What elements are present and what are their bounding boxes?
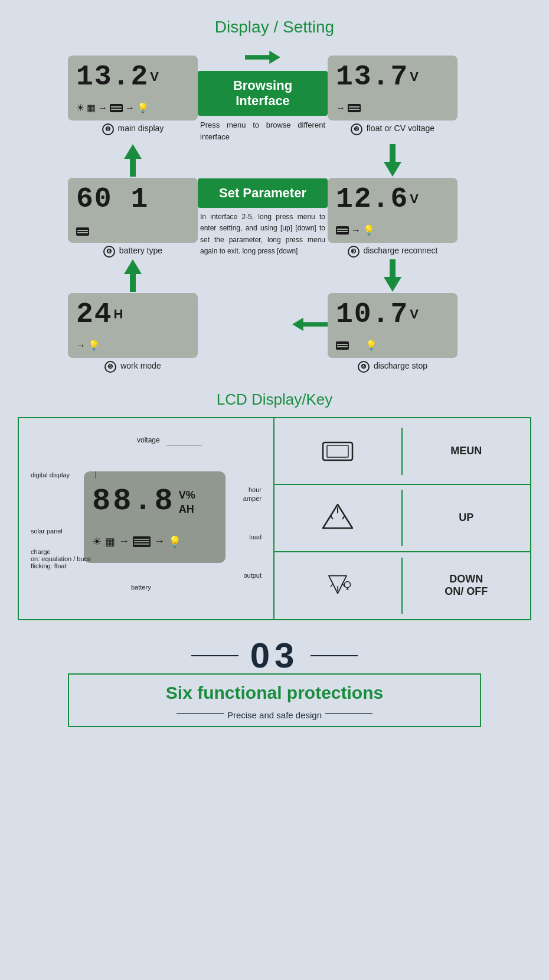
arrow-right-top	[245, 48, 280, 66]
arrow-left-bottom	[292, 315, 328, 333]
lcd-value-5: 24	[76, 298, 113, 330]
lcd-big-number: 88.8	[92, 486, 175, 517]
center-col-bottom	[198, 315, 328, 351]
bulb-icon-6: 💡	[365, 340, 377, 351]
lcd-section-title: LCD Display/Key	[217, 390, 333, 409]
up-icon	[320, 502, 355, 534]
down-icon-cell	[274, 558, 403, 614]
svg-marker-5	[292, 317, 328, 331]
ann-battery: battery	[131, 584, 151, 591]
lcd-left-panel: voltage 88.8 V% AH ☀ ▦ →	[19, 418, 274, 619]
battery-icon-3	[76, 227, 89, 236]
set-parameter-box: Set Parameter	[198, 178, 328, 208]
svg-point-16	[345, 581, 351, 588]
lcd-panel: voltage 88.8 V% AH ☀ ▦ →	[18, 417, 531, 620]
ann-line-digital	[95, 471, 96, 478]
lcd-value-2: 13.7	[336, 61, 409, 93]
section-03-num-wrapper: 03	[68, 638, 481, 673]
menu-icon	[320, 439, 355, 463]
svg-marker-0	[245, 51, 280, 64]
bulb-icon-1: 💡	[137, 102, 149, 113]
section-03-title: Six functional protections	[81, 683, 468, 703]
line-right-03	[311, 655, 358, 656]
set-desc: In interface 2-5, long press menu to ent…	[198, 211, 328, 257]
label-6: discharge stop	[358, 361, 427, 370]
lcd-unit-5: H	[114, 307, 123, 321]
svg-marker-3	[124, 259, 142, 292]
bulb-icon-5: 💡	[88, 340, 100, 351]
menu-icon-cell	[274, 428, 403, 475]
lcd-unit-2: V	[410, 69, 419, 84]
arrow-lcd: →	[119, 535, 129, 548]
lcd-unit-vp: V%	[179, 489, 195, 502]
lcd-box-4: 12.6V → 💡	[328, 178, 458, 243]
lcd-value-4: 12.6	[336, 183, 409, 215]
display-1-cell: 13.2V ☀ ▦ → → 💡 main display	[68, 56, 198, 135]
ann-solar-panel: solar panel	[31, 528, 63, 535]
sun-icon-1: ☀	[76, 102, 84, 113]
display-2-cell: 13.7V → float or CV voltage	[328, 56, 458, 135]
down-btn-row: DOWN ON/ OFF	[274, 552, 530, 619]
section-03-sub: Precise and safe design	[227, 710, 322, 720]
svg-line-14	[331, 583, 334, 587]
label-2: float or CV voltage	[351, 123, 434, 133]
lcd-unit-ah: AH	[179, 503, 195, 516]
up-icon-cell	[274, 490, 403, 546]
battery-icon-6	[336, 341, 349, 350]
arrow-down-right-top	[384, 144, 401, 177]
ann-digital-display: digital display	[31, 471, 70, 478]
lcd-value-6: 10.7	[336, 298, 409, 330]
label-1: main display	[102, 123, 164, 133]
lcd-value-3: 60 1	[76, 183, 149, 215]
svg-line-10	[331, 516, 333, 519]
sub-line-left	[177, 713, 224, 714]
ann-flicking: flicking: float	[31, 562, 67, 569]
ann-load: load	[249, 533, 262, 541]
arrow-icon-1b: →	[125, 103, 135, 113]
lcd-icons-4: → 💡	[336, 224, 375, 236]
ann-charge: charge	[31, 548, 51, 555]
up-btn-row: UP	[274, 485, 530, 552]
display-setting-title: Display / Setting	[215, 18, 334, 37]
lcd-unit-1: V	[150, 69, 159, 84]
ann-voltage: voltage	[137, 436, 160, 444]
lcd-icons-5: → 💡	[76, 340, 100, 351]
svg-marker-2	[384, 144, 401, 177]
arrow-down-right-2	[384, 259, 401, 292]
lcd-icons-6: 💡	[336, 340, 377, 351]
lcd-box-3: 60 1	[68, 178, 198, 243]
section-03-num: 03	[250, 638, 299, 673]
svg-line-11	[342, 516, 345, 519]
center-col-top: Browsing Interface Press menu to browse …	[198, 48, 328, 142]
browsing-interface-box: Browsing Interface	[198, 71, 328, 116]
sun-icon-lcd: ☀	[92, 535, 102, 548]
lcd-box-1: 13.2V ☀ ▦ → → 💡	[68, 56, 198, 121]
section-03-box: Six functional protections Precise and s…	[68, 673, 481, 727]
ann-amper: amper	[243, 495, 262, 502]
display-4-cell: 12.6V → 💡 discharge reconnect	[328, 178, 458, 258]
battery-icon-1	[110, 104, 123, 112]
diagram-area: 13.2V ☀ ▦ → → 💡 main display	[18, 48, 531, 373]
label-5: work mode	[104, 361, 161, 370]
down-icon	[320, 569, 355, 602]
arrow-lcd2: →	[154, 535, 165, 548]
label-3: battery type	[103, 246, 162, 255]
lcd-icon-row: ☀ ▦ → → 💡	[92, 535, 217, 548]
arrow-icon-1: →	[98, 103, 107, 113]
battery-icon-lcd	[133, 536, 151, 547]
display-5-cell: 24H → 💡 work mode	[68, 293, 198, 373]
lcd-icons-2: →	[336, 103, 361, 113]
lcd-icons-1: ☀ ▦ → → 💡	[76, 102, 149, 113]
display-6-cell: 10.7V 💡 discharge stop	[328, 293, 458, 373]
browse-desc: Press menu to browse different interface	[198, 119, 328, 142]
ann-on-eq: on: equalation / buce	[31, 555, 91, 562]
lcd-right-panel: MEUN UP	[274, 418, 530, 619]
lcd-box-5: 24H → 💡	[68, 293, 198, 358]
battery-icon-4	[336, 226, 349, 235]
svg-marker-4	[384, 259, 401, 292]
sub-line-right	[325, 713, 372, 714]
solar-icon-lcd: ▦	[105, 535, 115, 548]
lcd-box-6: 10.7V 💡	[328, 293, 458, 358]
svg-rect-7	[327, 445, 348, 457]
lcd-icons-3	[76, 227, 89, 236]
